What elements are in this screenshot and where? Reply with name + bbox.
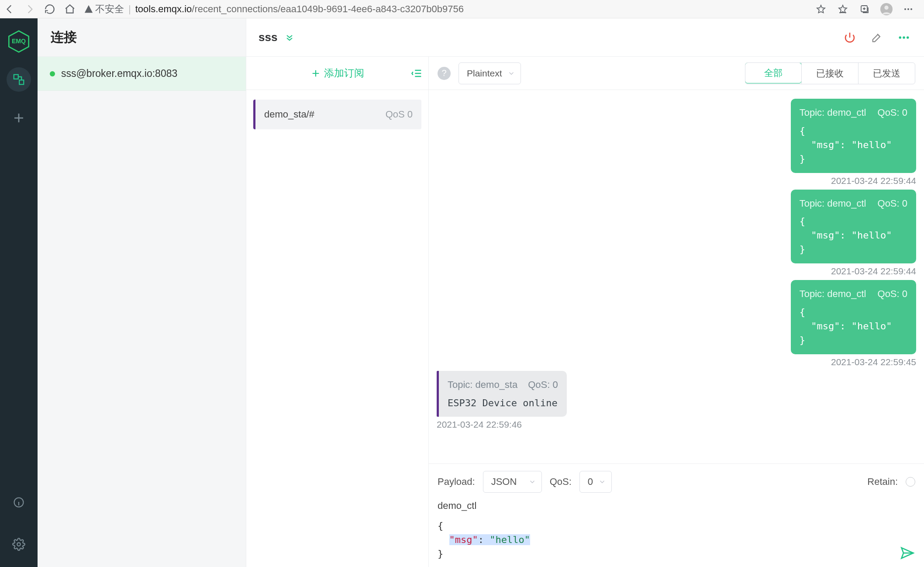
message-qos: QoS: 0 — [878, 287, 907, 301]
star-outline-icon[interactable] — [815, 3, 827, 15]
rail-settings[interactable] — [7, 532, 31, 557]
status-dot-icon — [50, 71, 55, 76]
message-timestamp: 2021-03-24 22:59:45 — [831, 357, 916, 367]
svg-point-2 — [904, 8, 906, 10]
add-subscription-label: 添加订阅 — [324, 66, 364, 80]
svg-point-4 — [910, 8, 912, 10]
sent-message: Topic: demo_ctlQoS: 0{ "msg": "hello" }2… — [437, 190, 916, 277]
message-qos: QoS: 0 — [878, 197, 907, 211]
profile-avatar[interactable] — [880, 3, 893, 15]
subscriptions-list[interactable]: demo_sta/#QoS 0 — [246, 90, 428, 567]
qos-value: 0 — [588, 476, 593, 487]
svg-text:EMQ: EMQ — [12, 38, 26, 45]
edit-icon[interactable] — [869, 30, 885, 45]
message-bubble: Topic: demo_staQoS: 0ESP32 Device online — [437, 371, 567, 417]
message-topic: Topic: demo_ctl — [800, 197, 866, 211]
message-payload: { "msg": "hello" } — [800, 214, 907, 256]
svg-point-12 — [903, 36, 905, 39]
message-qos: QoS: 0 — [878, 106, 907, 120]
svg-point-10 — [17, 543, 21, 546]
nav-rail: EMQ — [0, 18, 38, 567]
sent-message: Topic: demo_ctlQoS: 0{ "msg": "hello" }2… — [437, 280, 916, 367]
messages-list[interactable]: Topic: demo_ctlQoS: 0{ "msg": "hello" }2… — [429, 90, 924, 463]
home-icon[interactable] — [64, 3, 76, 15]
addr-separator: | — [128, 3, 131, 15]
help-icon[interactable]: ? — [438, 67, 451, 80]
messages-toolbar: ? Plaintext 全部已接收已发送 — [429, 57, 924, 90]
chevron-down-icon — [598, 478, 606, 486]
url-host: tools.emqx.io — [135, 3, 192, 14]
messages-panel: ? Plaintext 全部已接收已发送 Topic: demo_ctlQoS:… — [429, 57, 924, 567]
svg-point-3 — [907, 8, 909, 10]
message-timestamp: 2021-03-24 22:59:44 — [831, 176, 916, 186]
rail-connections[interactable] — [7, 67, 31, 92]
address-bar[interactable]: 不安全 | tools.emqx.io/recent_connections/e… — [84, 3, 807, 16]
insecure-icon: 不安全 — [84, 3, 124, 16]
message-topic: Topic: demo_ctl — [800, 106, 866, 120]
emqx-logo: EMQ — [7, 30, 31, 53]
svg-rect-7 — [14, 75, 18, 79]
retain-label: Retain: — [867, 476, 898, 487]
subscriptions-panel: 添加订阅 demo_sta/#QoS 0 — [246, 57, 429, 567]
connection-item[interactable]: sss@broker.emqx.io:8083 — [38, 57, 246, 91]
filter-tab[interactable]: 全部 — [745, 62, 802, 83]
message-payload: { "msg": "hello" } — [800, 124, 907, 166]
received-message: Topic: demo_staQoS: 0ESP32 Device online… — [437, 371, 916, 430]
browser-chrome: 不安全 | tools.emqx.io/recent_connections/e… — [0, 0, 924, 18]
connection-header: sss — [246, 18, 924, 57]
expand-details-icon[interactable] — [284, 32, 295, 43]
payload-format-select[interactable]: JSON — [483, 471, 542, 493]
publish-panel: Payload: JSON QoS: 0 Retain: — [429, 463, 924, 567]
message-filter-tabs: 全部已接收已发送 — [745, 62, 915, 84]
svg-point-11 — [899, 36, 902, 39]
refresh-icon[interactable] — [44, 3, 56, 15]
subscription-item[interactable]: demo_sta/#QoS 0 — [253, 100, 421, 129]
svg-point-13 — [907, 36, 909, 39]
retain-toggle[interactable] — [906, 477, 915, 487]
subscription-qos: QoS 0 — [386, 109, 413, 120]
message-bubble: Topic: demo_ctlQoS: 0{ "msg": "hello" } — [791, 280, 916, 354]
favorites-icon[interactable] — [837, 3, 849, 15]
message-timestamp: 2021-03-24 22:59:44 — [831, 266, 916, 277]
add-subscription-button[interactable]: 添加订阅 — [246, 57, 428, 90]
back-icon[interactable] — [3, 3, 16, 15]
rail-about[interactable] — [7, 490, 31, 515]
chevron-down-icon — [507, 69, 515, 77]
payload-display-format-value: Plaintext — [467, 68, 502, 79]
disconnect-icon[interactable] — [842, 30, 858, 45]
message-payload: ESP32 Device online — [448, 396, 558, 410]
message-bubble: Topic: demo_ctlQoS: 0{ "msg": "hello" } — [791, 99, 916, 173]
message-bubble: Topic: demo_ctlQoS: 0{ "msg": "hello" } — [791, 190, 916, 264]
publish-payload-input[interactable]: { "msg": "hello" } — [438, 519, 915, 561]
insecure-label: 不安全 — [95, 3, 124, 16]
message-timestamp: 2021-03-24 22:59:46 — [437, 419, 522, 430]
svg-rect-8 — [19, 80, 24, 84]
collapse-subs-icon[interactable] — [411, 67, 423, 80]
message-qos: QoS: 0 — [528, 378, 558, 392]
subscription-topic: demo_sta/# — [264, 109, 314, 120]
rail-new[interactable] — [7, 106, 31, 130]
publish-topic-input[interactable]: demo_ctl — [438, 497, 915, 515]
payload-display-format-select[interactable]: Plaintext — [459, 62, 521, 84]
qos-select[interactable]: 0 — [579, 471, 612, 493]
qos-label: QoS: — [550, 476, 572, 487]
publish-topic-value: demo_ctl — [438, 500, 476, 512]
svg-point-1 — [884, 5, 888, 9]
sent-message: Topic: demo_ctlQoS: 0{ "msg": "hello" }2… — [437, 99, 916, 186]
send-icon[interactable] — [900, 545, 915, 561]
filter-tab[interactable]: 已接收 — [801, 63, 858, 84]
payload-format-value: JSON — [491, 476, 517, 487]
payload-label: Payload: — [438, 476, 475, 487]
connections-panel: 连接 sss@broker.emqx.io:8083 — [38, 18, 246, 567]
url-path: /recent_connections/eaa1049b-9691-4ee6-a… — [192, 3, 464, 14]
forward-icon — [24, 3, 36, 15]
connection-name: sss@broker.emqx.io:8083 — [61, 68, 177, 80]
more-icon[interactable] — [896, 30, 912, 45]
filter-tab[interactable]: 已发送 — [858, 63, 915, 84]
collections-icon[interactable] — [858, 3, 871, 15]
browser-menu-icon[interactable] — [902, 3, 914, 15]
message-topic: Topic: demo_ctl — [800, 287, 866, 301]
message-topic: Topic: demo_sta — [448, 378, 517, 392]
message-payload: { "msg": "hello" } — [800, 305, 907, 347]
connections-header: 连接 — [38, 18, 246, 57]
